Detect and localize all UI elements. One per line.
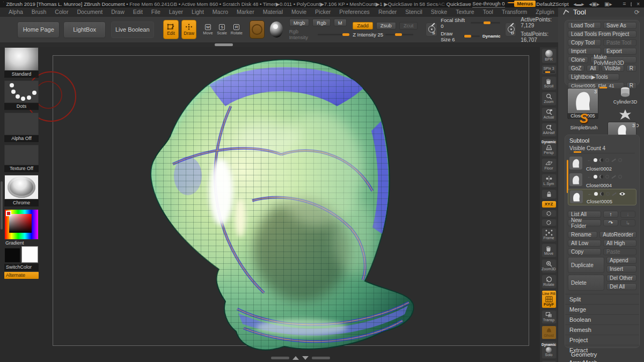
menu-zplugin[interactable]: Zplugin — [531, 9, 558, 15]
quicksave-button[interactable]: QuickSave — [447, 1, 471, 7]
zadd-button[interactable]: Zadd — [353, 22, 373, 29]
dynamic-toggle[interactable]: Dynamic — [482, 34, 500, 39]
lightbox-button[interactable]: LightBox — [63, 21, 106, 38]
del-all-button[interactable]: Del All — [606, 283, 636, 290]
menu-material[interactable]: Material — [259, 9, 287, 15]
section-project[interactable]: Project — [565, 335, 639, 345]
section-merge[interactable]: Merge — [565, 304, 639, 314]
subtool-row-icons[interactable]: ← — [588, 191, 626, 196]
new-folder-button[interactable]: New Folder — [568, 219, 601, 226]
copy-subtool-button[interactable]: Copy — [568, 248, 601, 255]
camera-lock-button[interactable] — [541, 189, 557, 199]
visibility-eye-icon[interactable] — [619, 191, 626, 196]
sv-square[interactable] — [9, 214, 32, 233]
draw-mode-button[interactable]: Draw — [181, 20, 196, 39]
load-tools-from-project-button[interactable]: Load Tools From Project — [568, 31, 636, 38]
ghost-button[interactable]: Ghost — [541, 326, 557, 339]
clone-button[interactable]: Clone — [568, 56, 588, 63]
rotate-canvas-button[interactable]: Rotate — [541, 275, 557, 289]
alternate-button[interactable]: Alternate — [4, 272, 39, 279]
live-boolean-button[interactable]: Live Boolean — [111, 21, 153, 38]
menu-document[interactable]: Document — [72, 9, 107, 15]
lock-ui-icon[interactable] — [617, 1, 618, 7]
subtool-row-close0004[interactable]: ← Close!0004 — [568, 172, 636, 189]
menu-movie[interactable]: Movie — [287, 9, 311, 15]
xyz-constraint-button[interactable]: XYZ — [541, 201, 557, 208]
all-low-button[interactable]: All Low — [568, 240, 601, 247]
del-other-button[interactable]: Del Other — [606, 275, 636, 282]
goz-button[interactable]: GoZ — [568, 65, 584, 72]
mrgb-button[interactable]: Mrgb — [289, 19, 310, 26]
rgb-intensity-track[interactable] — [318, 34, 347, 35]
sidebar-scrollbar[interactable] — [1, 181, 3, 230]
menu-file[interactable]: File — [147, 9, 165, 15]
brush-thumbnail-standard[interactable] — [4, 47, 39, 71]
close-icon[interactable]: × — [636, 1, 640, 7]
rgb-button[interactable]: Rgb — [312, 19, 330, 26]
draw-size-track[interactable] — [463, 35, 480, 37]
document-canvas[interactable] — [0, 47, 540, 362]
subtool-row-close0002[interactable]: ← Close!0002 — [568, 156, 636, 172]
append-button[interactable]: Append — [606, 257, 636, 264]
menu-color[interactable]: Color — [50, 9, 72, 15]
insert-button[interactable]: Insert — [606, 265, 636, 272]
transp-button[interactable]: Transp — [541, 310, 557, 324]
menu-brush[interactable]: Brush — [27, 9, 50, 15]
subtool-row-icons[interactable]: ← — [587, 158, 622, 162]
all-high-button[interactable]: All High — [603, 240, 636, 247]
rename-button[interactable]: Rename — [568, 231, 597, 238]
move-up-button[interactable]: ↑ — [603, 211, 618, 218]
rotate-tool-button[interactable]: R Rotate — [231, 21, 243, 38]
default-zscript-button[interactable]: DefaultZScript — [536, 1, 568, 7]
bottom-tray-divider[interactable] — [271, 355, 330, 360]
bpr-button[interactable]: BPR — [541, 48, 557, 63]
paste-tool-button[interactable]: Paste Tool — [603, 39, 636, 46]
subtool-row-icons[interactable]: ← — [587, 174, 622, 179]
material-picker-button[interactable] — [270, 21, 283, 38]
stroke-type-button[interactable] — [250, 20, 265, 39]
draw-settings-icon[interactable]: D — [505, 23, 517, 36]
move-down-button[interactable]: ↓ — [620, 211, 635, 218]
restore-icon[interactable] — [631, 1, 632, 6]
subtool-row-close0005-selected[interactable]: ← Close!0005 — [568, 189, 636, 205]
move-canvas-button[interactable]: Move — [541, 243, 557, 257]
persp-button[interactable]: Dynamic Persp — [541, 138, 557, 157]
duplicate-button[interactable]: Duplicate — [568, 257, 604, 273]
menu-stencil[interactable]: Stencil — [401, 9, 427, 15]
texture-thumbnail[interactable] — [4, 145, 39, 165]
stroke-settings-icon[interactable]: S — [426, 23, 437, 36]
goz-r-button[interactable]: R — [626, 65, 636, 72]
layout-switch-icon[interactable]: ◂▣▸ — [589, 1, 600, 7]
see-through-track[interactable] — [507, 2, 513, 3]
load-tool-button[interactable]: Load Tool — [568, 22, 601, 29]
local-sym-button[interactable]: L.Sym — [541, 174, 557, 188]
rgb-intensity-slider[interactable]: Rgb Intensity — [289, 28, 316, 40]
menu-transform[interactable]: Transform — [497, 9, 531, 15]
draw-size-slider[interactable]: Draw Size 6 — [441, 31, 460, 42]
alpha-thumbnail[interactable] — [4, 113, 39, 135]
menu-alpha[interactable]: Alpha — [4, 9, 27, 15]
menu-stroke[interactable]: Stroke — [427, 9, 451, 15]
zoom3d-button[interactable]: Zoom3D — [541, 259, 557, 273]
focal-shift-track[interactable] — [471, 22, 501, 24]
zsub-button[interactable]: Zsub — [376, 22, 396, 29]
save-as-button[interactable]: Save As — [603, 22, 636, 29]
menu-marker[interactable]: Marker — [232, 9, 259, 15]
solo-button[interactable]: Dynamic Solo — [541, 341, 557, 359]
focal-shift-slider[interactable]: Focal Shift 0 — [441, 17, 468, 29]
paste-subtool-button[interactable]: Paste — [603, 248, 636, 255]
z-intensity-slider[interactable]: Z Intensity 25 — [353, 32, 383, 38]
visible-count-slider[interactable]: Visible Count 4 — [569, 145, 635, 153]
move-out-folder-button[interactable]: ↷ — [603, 219, 618, 226]
menu-layer[interactable]: Layer — [165, 9, 187, 15]
helmet-3d-model[interactable] — [141, 57, 420, 352]
menu-edit[interactable]: Edit — [129, 9, 147, 15]
y-rotate-button[interactable] — [541, 210, 557, 217]
menu-picker[interactable]: Picker — [311, 9, 335, 15]
lightbox-tools-button[interactable]: Lightbox▶Tools — [568, 73, 619, 80]
menu-tool[interactable]: Tool — [479, 9, 497, 15]
section-split[interactable]: Split — [565, 294, 639, 304]
palette-switch-icon[interactable]: ▣▸ — [604, 1, 612, 7]
m-button[interactable]: M — [334, 19, 347, 26]
switch-color-black[interactable] — [4, 248, 20, 263]
